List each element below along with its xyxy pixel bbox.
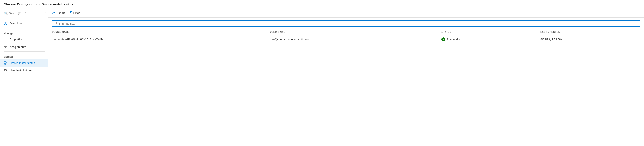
status-text: Succeeded (447, 38, 461, 41)
cell-status: ✓Succeeded (438, 35, 537, 44)
svg-rect-3 (5, 38, 5, 41)
filter-input-wrapper (52, 20, 640, 27)
sidebar-item-label-overview: Overview (10, 22, 22, 25)
filter-button[interactable]: Filter (69, 10, 80, 16)
sidebar-item-label-assignments: Assignments (10, 45, 26, 48)
table-header-row: DEVICE NAME USER NAME STATUS LAST CHECK-… (48, 29, 644, 35)
export-icon (52, 11, 56, 15)
data-table: DEVICE NAME USER NAME STATUS LAST CHECK-… (48, 28, 644, 44)
sidebar-item-user-install-status[interactable]: User install status (0, 66, 48, 74)
sidebar-section-monitor: Monitor (0, 52, 48, 59)
sidebar-item-label-properties: Properties (10, 38, 23, 41)
filter-icon (69, 11, 72, 15)
sidebar-section-manage: Manage (0, 29, 48, 36)
svg-point-5 (4, 46, 6, 47)
filter-search-icon (54, 22, 58, 25)
sidebar-item-label-device-install: Device install status (10, 61, 35, 65)
svg-rect-7 (4, 62, 6, 64)
filter-input[interactable] (59, 22, 638, 25)
svg-point-6 (6, 46, 7, 47)
svg-text:i: i (5, 22, 6, 25)
col-header-last-check-in: LAST CHECK-IN (537, 29, 644, 35)
svg-point-8 (4, 69, 6, 70)
sidebar-item-label-user-install: User install status (10, 69, 32, 72)
sidebar-search-box[interactable]: 🔍 (2, 10, 46, 16)
export-button[interactable]: Export (52, 10, 65, 16)
cell-device-name: afw_AndroidForWork_9/4/2019_4:00 AM (48, 35, 266, 44)
col-header-status: STATUS (438, 29, 537, 35)
cell-user-name: afw@contoso.onmicrosoft.com (266, 35, 438, 44)
sidebar-divider-monitor (4, 52, 45, 52)
info-icon: i (4, 21, 8, 25)
sidebar-search-icon: 🔍 (4, 12, 8, 15)
sidebar-item-properties[interactable]: Properties (0, 36, 48, 43)
page-title: Chrome Configuration - Device install st… (4, 2, 73, 6)
sidebar-item-device-install-status[interactable]: Device install status (0, 59, 48, 66)
table-row: afw_AndroidForWork_9/4/2019_4:00 AMafw@c… (48, 35, 644, 44)
col-header-device-name: DEVICE NAME (48, 29, 266, 35)
sidebar-item-assignments[interactable]: Assignments (0, 43, 48, 50)
svg-rect-2 (4, 38, 4, 41)
device-install-icon (4, 61, 8, 65)
toolbar: Export Filter (48, 8, 644, 18)
content-area: Export Filter DEVICE NAME (48, 8, 644, 146)
svg-rect-4 (6, 38, 6, 41)
col-header-user-name: USER NAME (266, 29, 438, 35)
properties-icon (4, 38, 8, 41)
export-label: Export (56, 11, 65, 14)
sidebar-collapse-button[interactable]: « (44, 10, 46, 14)
sidebar-divider-manage (4, 28, 45, 28)
sidebar-item-overview[interactable]: i Overview (0, 20, 48, 27)
filter-bar (48, 18, 644, 27)
user-install-icon (4, 68, 8, 72)
sidebar-search-input[interactable] (9, 12, 44, 15)
filter-label: Filter (74, 11, 80, 14)
assignments-icon (4, 45, 8, 49)
svg-point-9 (55, 22, 57, 24)
status-success-icon: ✓ (442, 38, 446, 41)
title-bar: Chrome Configuration - Device install st… (0, 0, 644, 8)
main-layout: 🔍 « i Overview Manage Properties (0, 8, 644, 146)
cell-last-check-in: 9/04/19, 1:53 PM (537, 35, 644, 44)
sidebar: 🔍 « i Overview Manage Properties (0, 8, 48, 146)
